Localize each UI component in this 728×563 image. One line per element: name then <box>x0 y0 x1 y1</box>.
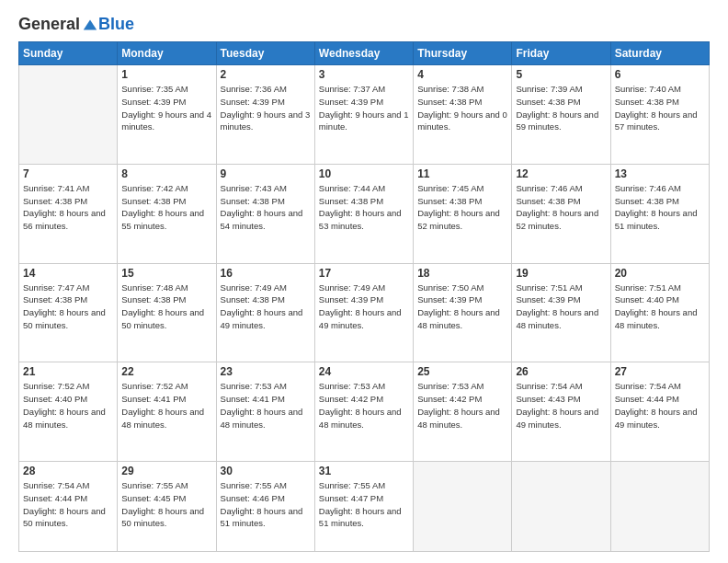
calendar-cell: 1Sunrise: 7:35 AMSunset: 4:39 PMDaylight… <box>118 65 216 165</box>
weekday-header-monday: Monday <box>118 42 216 65</box>
day-info: Sunrise: 7:44 AMSunset: 4:38 PMDaylight:… <box>319 182 409 233</box>
day-info: Sunrise: 7:42 AMSunset: 4:38 PMDaylight:… <box>121 182 211 233</box>
calendar-cell: 7Sunrise: 7:41 AMSunset: 4:38 PMDaylight… <box>19 164 118 263</box>
day-number: 1 <box>121 68 211 81</box>
weekday-header-sunday: Sunday <box>19 42 118 65</box>
calendar-cell: 16Sunrise: 7:49 AMSunset: 4:38 PMDayligh… <box>216 263 314 362</box>
day-number: 15 <box>121 267 211 280</box>
calendar-cell: 14Sunrise: 7:47 AMSunset: 4:38 PMDayligh… <box>19 263 118 362</box>
weekday-header-thursday: Thursday <box>414 42 512 65</box>
day-info: Sunrise: 7:46 AMSunset: 4:38 PMDaylight:… <box>615 182 705 233</box>
calendar-cell: 21Sunrise: 7:52 AMSunset: 4:40 PMDayligh… <box>19 362 118 462</box>
calendar-cell: 17Sunrise: 7:49 AMSunset: 4:39 PMDayligh… <box>314 263 413 362</box>
day-info: Sunrise: 7:37 AMSunset: 4:39 PMDaylight:… <box>319 83 409 133</box>
day-info: Sunrise: 7:53 AMSunset: 4:41 PMDaylight:… <box>221 380 311 431</box>
day-number: 3 <box>319 68 409 81</box>
calendar-cell: 2Sunrise: 7:36 AMSunset: 4:39 PMDaylight… <box>216 65 314 165</box>
day-info: Sunrise: 7:54 AMSunset: 4:44 PMDaylight:… <box>615 380 705 431</box>
calendar-cell: 31Sunrise: 7:55 AMSunset: 4:47 PMDayligh… <box>314 462 413 552</box>
calendar-cell <box>512 462 610 552</box>
calendar-cell: 28Sunrise: 7:54 AMSunset: 4:44 PMDayligh… <box>19 462 118 552</box>
day-info: Sunrise: 7:53 AMSunset: 4:42 PMDaylight:… <box>417 380 507 431</box>
calendar-cell: 6Sunrise: 7:40 AMSunset: 4:38 PMDaylight… <box>610 65 709 165</box>
calendar-cell: 19Sunrise: 7:51 AMSunset: 4:39 PMDayligh… <box>512 263 610 362</box>
day-info: Sunrise: 7:55 AMSunset: 4:45 PMDaylight:… <box>121 479 211 530</box>
weekday-header-wednesday: Wednesday <box>314 42 413 65</box>
day-number: 24 <box>319 365 409 378</box>
day-number: 2 <box>221 68 311 81</box>
week-row-1: 1Sunrise: 7:35 AMSunset: 4:39 PMDaylight… <box>19 65 710 165</box>
day-number: 4 <box>417 68 507 81</box>
calendar-cell: 30Sunrise: 7:55 AMSunset: 4:46 PMDayligh… <box>216 462 314 552</box>
weekday-header-tuesday: Tuesday <box>216 42 314 65</box>
day-number: 23 <box>221 365 311 378</box>
day-number: 17 <box>319 267 409 280</box>
day-info: Sunrise: 7:49 AMSunset: 4:39 PMDaylight:… <box>319 282 409 332</box>
day-info: Sunrise: 7:50 AMSunset: 4:39 PMDaylight:… <box>417 282 507 332</box>
day-info: Sunrise: 7:43 AMSunset: 4:38 PMDaylight:… <box>221 182 311 233</box>
day-number: 18 <box>417 267 507 280</box>
calendar-cell: 10Sunrise: 7:44 AMSunset: 4:38 PMDayligh… <box>314 164 413 263</box>
svg-marker-0 <box>84 19 97 29</box>
day-info: Sunrise: 7:54 AMSunset: 4:44 PMDaylight:… <box>23 479 113 530</box>
weekday-header-saturday: Saturday <box>610 42 709 65</box>
calendar-cell: 5Sunrise: 7:39 AMSunset: 4:38 PMDaylight… <box>512 65 610 165</box>
day-info: Sunrise: 7:47 AMSunset: 4:38 PMDaylight:… <box>23 282 113 332</box>
weekday-header-row: SundayMondayTuesdayWednesdayThursdayFrid… <box>19 42 710 65</box>
calendar-cell: 27Sunrise: 7:54 AMSunset: 4:44 PMDayligh… <box>610 362 709 462</box>
day-info: Sunrise: 7:41 AMSunset: 4:38 PMDaylight:… <box>23 182 113 233</box>
calendar-table: SundayMondayTuesdayWednesdayThursdayFrid… <box>18 41 710 552</box>
day-info: Sunrise: 7:51 AMSunset: 4:39 PMDaylight:… <box>516 282 606 332</box>
calendar-cell: 25Sunrise: 7:53 AMSunset: 4:42 PMDayligh… <box>414 362 512 462</box>
day-info: Sunrise: 7:38 AMSunset: 4:38 PMDaylight:… <box>417 83 507 133</box>
calendar-cell: 9Sunrise: 7:43 AMSunset: 4:38 PMDaylight… <box>216 164 314 263</box>
day-info: Sunrise: 7:36 AMSunset: 4:39 PMDaylight:… <box>221 83 311 133</box>
day-number: 5 <box>516 68 606 81</box>
day-info: Sunrise: 7:54 AMSunset: 4:43 PMDaylight:… <box>516 380 606 431</box>
day-number: 11 <box>417 167 507 180</box>
calendar-cell: 22Sunrise: 7:52 AMSunset: 4:41 PMDayligh… <box>118 362 216 462</box>
week-row-4: 21Sunrise: 7:52 AMSunset: 4:40 PMDayligh… <box>19 362 710 462</box>
calendar-cell: 18Sunrise: 7:50 AMSunset: 4:39 PMDayligh… <box>414 263 512 362</box>
weekday-header-friday: Friday <box>512 42 610 65</box>
day-info: Sunrise: 7:45 AMSunset: 4:38 PMDaylight:… <box>417 182 507 233</box>
day-info: Sunrise: 7:55 AMSunset: 4:47 PMDaylight:… <box>319 479 409 530</box>
day-info: Sunrise: 7:52 AMSunset: 4:41 PMDaylight:… <box>121 380 211 431</box>
calendar-cell: 12Sunrise: 7:46 AMSunset: 4:38 PMDayligh… <box>512 164 610 263</box>
logo-general-text: General <box>18 15 80 34</box>
day-number: 7 <box>23 167 113 180</box>
day-number: 12 <box>516 167 606 180</box>
day-number: 28 <box>23 465 113 477</box>
calendar-cell: 8Sunrise: 7:42 AMSunset: 4:38 PMDaylight… <box>118 164 216 263</box>
day-number: 13 <box>615 167 705 180</box>
day-number: 19 <box>516 267 606 280</box>
day-number: 25 <box>417 365 507 378</box>
day-number: 22 <box>121 365 211 378</box>
calendar-cell <box>610 462 709 552</box>
day-number: 26 <box>516 365 606 378</box>
calendar-cell: 20Sunrise: 7:51 AMSunset: 4:40 PMDayligh… <box>610 263 709 362</box>
calendar-cell: 13Sunrise: 7:46 AMSunset: 4:38 PMDayligh… <box>610 164 709 263</box>
day-number: 30 <box>221 465 311 477</box>
logo-area: GeneralBlue <box>18 15 134 34</box>
day-number: 6 <box>615 68 705 81</box>
calendar-cell <box>414 462 512 552</box>
calendar-cell: 15Sunrise: 7:48 AMSunset: 4:38 PMDayligh… <box>118 263 216 362</box>
page: GeneralBlue SundayMondayTuesdayWednesday… <box>0 0 728 563</box>
calendar-cell: 24Sunrise: 7:53 AMSunset: 4:42 PMDayligh… <box>314 362 413 462</box>
calendar-cell <box>19 65 118 165</box>
calendar-cell: 3Sunrise: 7:37 AMSunset: 4:39 PMDaylight… <box>314 65 413 165</box>
day-info: Sunrise: 7:48 AMSunset: 4:38 PMDaylight:… <box>121 282 211 332</box>
day-number: 10 <box>319 167 409 180</box>
logo-icon <box>82 17 98 32</box>
day-number: 9 <box>221 167 311 180</box>
week-row-2: 7Sunrise: 7:41 AMSunset: 4:38 PMDaylight… <box>19 164 710 263</box>
calendar-cell: 11Sunrise: 7:45 AMSunset: 4:38 PMDayligh… <box>414 164 512 263</box>
day-info: Sunrise: 7:53 AMSunset: 4:42 PMDaylight:… <box>319 380 409 431</box>
day-number: 20 <box>615 267 705 280</box>
day-number: 8 <box>121 167 211 180</box>
calendar-cell: 29Sunrise: 7:55 AMSunset: 4:45 PMDayligh… <box>118 462 216 552</box>
day-number: 21 <box>23 365 113 378</box>
calendar-cell: 23Sunrise: 7:53 AMSunset: 4:41 PMDayligh… <box>216 362 314 462</box>
day-number: 14 <box>23 267 113 280</box>
